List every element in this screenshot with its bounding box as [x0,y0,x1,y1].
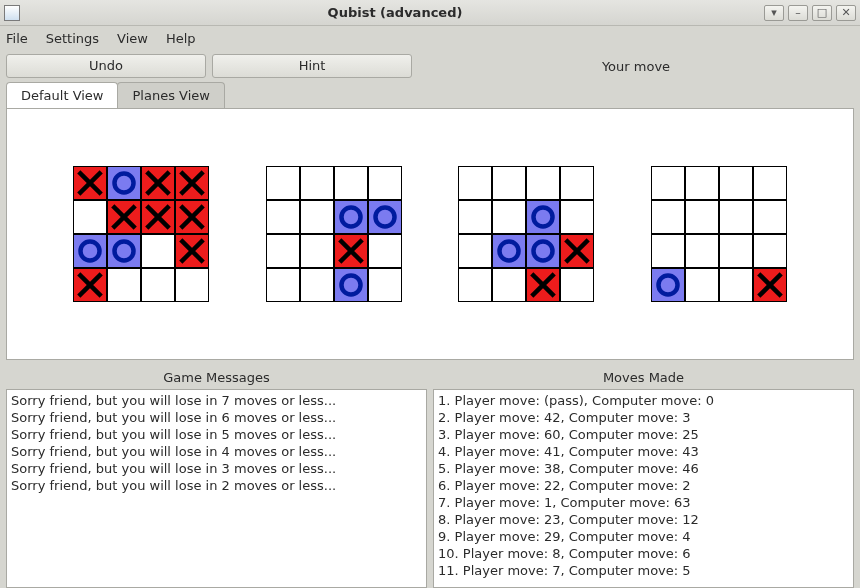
svg-point-26 [534,241,553,260]
message-line: Sorry friend, but you will lose in 7 mov… [11,392,422,409]
message-line: Sorry friend, but you will lose in 5 mov… [11,426,422,443]
board-cell[interactable] [368,200,402,234]
move-line: 7. Player move: 1, Computer move: 63 [438,494,849,511]
board-cell[interactable] [719,166,753,200]
menu-file[interactable]: File [6,31,28,46]
svg-point-23 [341,275,360,294]
board-cell[interactable] [492,268,526,302]
board-cell[interactable] [685,234,719,268]
board-cell[interactable] [73,166,107,200]
board-cell[interactable] [458,268,492,302]
lower-panes: Game Messages Sorry friend, but you will… [6,368,854,588]
board-cell[interactable] [107,200,141,234]
board-cell[interactable] [141,268,175,302]
message-line: Sorry friend, but you will lose in 4 mov… [11,443,422,460]
menu-help[interactable]: Help [166,31,196,46]
undo-button[interactable]: Undo [6,54,206,78]
board-cell[interactable] [368,234,402,268]
board-cell[interactable] [719,200,753,234]
board-cell[interactable] [492,234,526,268]
board-cell[interactable] [334,200,368,234]
board-cell[interactable] [492,200,526,234]
board-cell[interactable] [560,200,594,234]
board-cell[interactable] [526,166,560,200]
maximize-button[interactable]: □ [812,5,832,21]
svg-point-24 [534,207,553,226]
board-cell[interactable] [300,268,334,302]
board-cell[interactable] [73,200,107,234]
board-cell[interactable] [458,166,492,200]
board-cell[interactable] [175,268,209,302]
board-cell[interactable] [334,166,368,200]
window-title: Qubist (advanced) [26,5,764,20]
close-button[interactable]: ✕ [836,5,856,21]
hint-button[interactable]: Hint [212,54,412,78]
window-menu-button[interactable]: ▾ [764,5,784,21]
move-line: 10. Player move: 8, Computer move: 6 [438,545,849,562]
board-cell[interactable] [753,200,787,234]
moves-header: Moves Made [433,368,854,389]
board-cell[interactable] [526,268,560,302]
app-icon [4,5,20,21]
board-cell[interactable] [73,268,107,302]
svg-point-25 [500,241,519,260]
board-cell[interactable] [300,200,334,234]
moves-pane: Moves Made 1. Player move: (pass), Compu… [433,368,854,588]
board-cell[interactable] [334,234,368,268]
board-cell[interactable] [685,166,719,200]
messages-pane: Game Messages Sorry friend, but you will… [6,368,427,588]
board-cell[interactable] [458,234,492,268]
board-cell[interactable] [368,268,402,302]
board-cell[interactable] [107,268,141,302]
svg-point-13 [81,241,100,260]
messages-list[interactable]: Sorry friend, but you will lose in 7 mov… [6,389,427,588]
board-cell[interactable] [458,200,492,234]
board-cell[interactable] [719,234,753,268]
board-cell[interactable] [300,234,334,268]
board-cell[interactable] [141,166,175,200]
board-cell[interactable] [175,166,209,200]
board-cell[interactable] [685,268,719,302]
move-line: 6. Player move: 22, Computer move: 2 [438,477,849,494]
board-cell[interactable] [266,166,300,200]
message-line: Sorry friend, but you will lose in 6 mov… [11,409,422,426]
menu-settings[interactable]: Settings [46,31,99,46]
board-cell[interactable] [300,166,334,200]
tab-default-view[interactable]: Default View [6,82,118,108]
messages-header: Game Messages [6,368,427,389]
menu-view[interactable]: View [117,31,148,46]
minimize-button[interactable]: – [788,5,808,21]
board-cell[interactable] [266,234,300,268]
board-cell[interactable] [368,166,402,200]
board-cell[interactable] [107,234,141,268]
moves-list[interactable]: 1. Player move: (pass), Computer move: 0… [433,389,854,588]
board-cell[interactable] [753,166,787,200]
board-cell[interactable] [651,166,685,200]
board-cell[interactable] [73,234,107,268]
board-cell[interactable] [560,268,594,302]
board-cell[interactable] [651,200,685,234]
board-cell[interactable] [526,234,560,268]
board-cell[interactable] [175,234,209,268]
board-cell[interactable] [560,166,594,200]
board-cell[interactable] [492,166,526,200]
board-cell[interactable] [651,268,685,302]
board-cell[interactable] [526,200,560,234]
message-line: Sorry friend, but you will lose in 3 mov… [11,460,422,477]
board-cell[interactable] [753,268,787,302]
board-cell[interactable] [334,268,368,302]
board-cell[interactable] [685,200,719,234]
board-cell[interactable] [753,234,787,268]
board-cell[interactable] [175,200,209,234]
board-cell[interactable] [266,200,300,234]
svg-point-31 [658,275,677,294]
tab-planes-view[interactable]: Planes View [117,82,224,108]
board-cell[interactable] [651,234,685,268]
menubar: File Settings View Help [0,26,860,50]
board-cell[interactable] [719,268,753,302]
board-cell[interactable] [107,166,141,200]
board-cell[interactable] [141,234,175,268]
board-cell[interactable] [560,234,594,268]
board-cell[interactable] [141,200,175,234]
board-cell[interactable] [266,268,300,302]
